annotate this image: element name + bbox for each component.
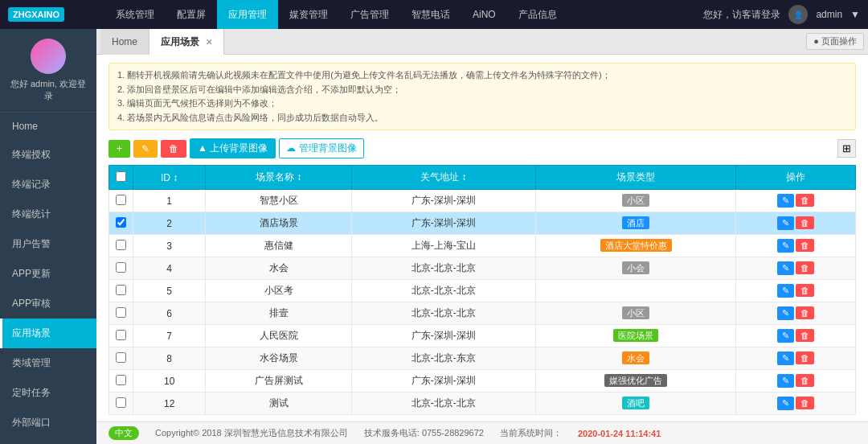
notice-1: 1. 翻转开机视频前请先确认此视频未在配置文件中使用(为避免上传文件名乱码无法播…	[117, 68, 847, 83]
row-type: 酒店大堂特价惠	[535, 235, 736, 257]
toolbar-right: ⊞	[837, 139, 856, 158]
tab-close-icon[interactable]: ✕	[206, 38, 212, 47]
tab-app-scene[interactable]: 应用场景 ✕	[149, 29, 224, 55]
row-name: 测试	[206, 393, 352, 415]
user-avatar[interactable]: 👤	[788, 5, 808, 24]
table-header-type: 场景类型	[535, 166, 736, 190]
edit-button[interactable]: ✎	[133, 140, 158, 158]
upload-bg-button[interactable]: ▲ 上传背景图像	[190, 138, 276, 158]
row-delete-button[interactable]: 🗑	[796, 194, 814, 207]
row-type: 媒强优化广告	[535, 370, 736, 393]
sidebar-item-terminal-auth[interactable]: 终端授权	[0, 140, 96, 170]
row-actions: ✎🗑	[736, 393, 856, 415]
row-delete-button[interactable]: 🗑	[796, 261, 814, 274]
row-name: 惠信健	[206, 235, 352, 257]
row-edit-button[interactable]: ✎	[777, 261, 794, 275]
row-delete-button[interactable]: 🗑	[796, 352, 814, 364]
row-edit-button[interactable]: ✎	[777, 284, 794, 298]
type-badge: 酒吧	[622, 397, 649, 409]
select-all-checkbox[interactable]	[116, 171, 126, 182]
row-actions: ✎🗑	[736, 302, 856, 325]
sidebar-item-external-port[interactable]: 外部端口	[0, 408, 96, 438]
content-area: Home 应用场景 ✕ ● 页面操作 1. 翻转开机视频前请先确认此视频未在配置…	[96, 29, 868, 444]
row-edit-button[interactable]: ✎	[777, 329, 794, 343]
tab-home[interactable]: Home	[100, 29, 149, 55]
row-delete-button[interactable]: 🗑	[796, 239, 814, 252]
row-edit-button[interactable]: ✎	[777, 374, 794, 388]
row-checkbox[interactable]	[116, 262, 126, 273]
sidebar-user-area: 您好 admin, 欢迎登录	[0, 29, 96, 113]
row-edit-button[interactable]: ✎	[777, 306, 794, 320]
nav-media-manage[interactable]: 媒资管理	[278, 0, 339, 29]
nav-app-manage[interactable]: 应用管理	[217, 0, 278, 29]
add-button[interactable]: +	[108, 140, 130, 158]
row-edit-button[interactable]: ✎	[777, 397, 794, 410]
sidebar-username: 您好 admin, 欢迎登录	[6, 78, 90, 102]
row-id: 6	[133, 302, 206, 325]
sidebar-item-scheduled-task[interactable]: 定时任务	[0, 378, 96, 408]
row-edit-button[interactable]: ✎	[777, 194, 794, 208]
table-row: 10广告屏测试广东-深圳-深圳媒强优化广告✎🗑	[109, 370, 856, 393]
table-header-id: ID ↕	[133, 166, 206, 190]
sidebar: 您好 admin, 欢迎登录 Home 终端授权 终端记录 终端统计 用户告警 …	[0, 29, 96, 444]
row-checkbox[interactable]	[116, 375, 126, 385]
row-edit-button[interactable]: ✎	[777, 239, 794, 253]
grid-view-icon[interactable]: ⊞	[837, 139, 856, 158]
row-checkbox[interactable]	[116, 307, 126, 318]
row-checkbox[interactable]	[116, 352, 126, 363]
sidebar-item-user-alarm[interactable]: 用户告警	[0, 229, 96, 259]
sidebar-item-terminal-stat[interactable]: 终端统计	[0, 199, 96, 229]
phone-text: 技术服务电话: 0755-28829672	[364, 427, 484, 439]
row-name: 排壹	[206, 302, 352, 325]
row-checkbox[interactable]	[116, 397, 126, 408]
page-content: 1. 翻转开机视频前请先确认此视频未在配置文件中使用(为避免上传文件名乱码无法播…	[96, 55, 868, 421]
sidebar-item-home[interactable]: Home	[0, 113, 96, 140]
nav-aino[interactable]: AiNO	[461, 0, 507, 29]
row-checkbox[interactable]	[116, 330, 126, 340]
row-id: 1	[133, 190, 206, 212]
manage-bg-button[interactable]: ☁ 管理背景图像	[279, 138, 363, 158]
nav-product-info[interactable]: 产品信息	[507, 0, 568, 29]
main-layout: 您好 admin, 欢迎登录 Home 终端授权 终端记录 终端统计 用户告警 …	[0, 29, 868, 444]
row-checkbox[interactable]	[116, 285, 126, 295]
delete-button[interactable]: 🗑	[161, 140, 186, 158]
row-id: 12	[133, 393, 206, 415]
row-delete-button[interactable]: 🗑	[796, 284, 814, 297]
sidebar-item-terminal-record[interactable]: 终端记录	[0, 170, 96, 199]
row-actions: ✎🗑	[736, 212, 856, 235]
sidebar-item-app-scene[interactable]: 应用场景	[0, 319, 96, 348]
page-operation-button[interactable]: ● 页面操作	[806, 33, 864, 50]
type-badge: 媒强优化广告	[604, 374, 667, 387]
table-header-name: 场景名称 ↕	[206, 166, 352, 190]
row-checkbox[interactable]	[116, 240, 126, 250]
nav-smart-phone[interactable]: 智慧电话	[400, 0, 461, 29]
lang-switch-button[interactable]: 中文	[108, 426, 139, 440]
row-type: 小区	[535, 190, 736, 212]
row-id: 10	[133, 370, 206, 393]
nav-ad-manage[interactable]: 广告管理	[339, 0, 400, 29]
row-edit-button[interactable]: ✎	[777, 216, 794, 230]
footer: 中文 Copyright© 2018 深圳智慧光迅信息技术有限公司 技术服务电话…	[96, 421, 868, 444]
row-delete-button[interactable]: 🗑	[796, 306, 814, 319]
row-checkbox[interactable]	[116, 195, 126, 205]
row-location: 上海-上海-宝山	[351, 235, 535, 257]
row-location: 北京-北京-北京	[351, 257, 535, 280]
sidebar-item-domain-manage[interactable]: 类域管理	[0, 348, 96, 378]
sidebar-item-app-update[interactable]: APP更新	[0, 259, 96, 289]
row-type: 水会	[535, 347, 736, 370]
row-checkbox[interactable]	[116, 217, 126, 228]
dropdown-icon[interactable]: ▼	[850, 9, 860, 20]
sidebar-item-other-intro[interactable]: 其它介绍	[0, 438, 96, 444]
nav-config-screen[interactable]: 配置屏	[166, 0, 217, 29]
row-delete-button[interactable]: 🗑	[796, 329, 814, 342]
row-actions: ✎🗑	[736, 190, 856, 212]
row-delete-button[interactable]: 🗑	[796, 374, 814, 387]
row-edit-button[interactable]: ✎	[777, 352, 794, 365]
nav-system-manage[interactable]: 系统管理	[104, 0, 166, 29]
sidebar-item-app-review[interactable]: APP审核	[0, 289, 96, 319]
type-badge: 小区	[622, 306, 649, 319]
row-delete-button[interactable]: 🗑	[796, 397, 814, 409]
row-checkbox-cell	[109, 190, 133, 212]
row-checkbox-cell	[109, 370, 133, 393]
row-delete-button[interactable]: 🗑	[796, 216, 814, 229]
